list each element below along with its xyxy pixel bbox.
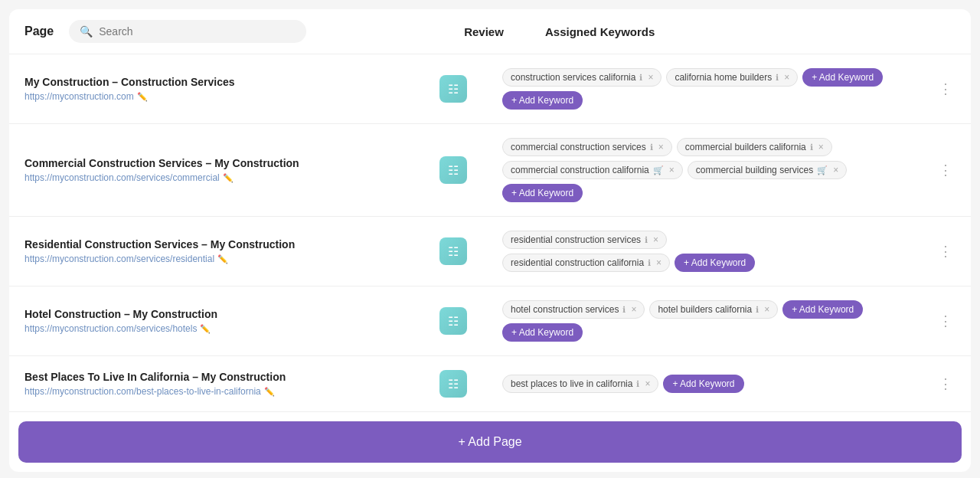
table-row: Hotel Construction – My Constructionhttp… xyxy=(9,286,971,356)
page-url[interactable]: https://myconstruction.com/best-places-t… xyxy=(24,386,423,397)
remove-keyword-icon[interactable]: × xyxy=(784,72,789,83)
keywords-group: hotel construction servicesℹ×hotel build… xyxy=(484,300,928,342)
keyword-tag: commercial building services🛒× xyxy=(688,161,847,179)
add-keyword-button[interactable]: + Add Keyword xyxy=(782,300,863,319)
remove-keyword-icon[interactable]: × xyxy=(631,304,636,315)
review-badge[interactable]: ☷ xyxy=(439,370,467,398)
keywords-group: construction services californiaℹ×califo… xyxy=(484,68,928,110)
search-box[interactable]: 🔍 xyxy=(69,20,306,43)
keywords-row-add: + Add Keyword xyxy=(502,91,928,110)
info-icon[interactable]: ℹ xyxy=(645,235,648,245)
remove-keyword-icon[interactable]: × xyxy=(818,142,824,152)
review-cell: ☷ xyxy=(423,370,484,398)
review-cell: ☷ xyxy=(423,237,484,265)
page-url-link[interactable]: https://myconstruction.com/services/resi… xyxy=(24,254,214,264)
table-body: My Construction – Construction Servicesh… xyxy=(9,54,971,412)
keywords-row-1: hotel construction servicesℹ×hotel build… xyxy=(502,300,928,319)
add-keyword-button[interactable]: + Add Keyword xyxy=(802,68,883,87)
edit-icon[interactable]: ✏️ xyxy=(200,324,211,334)
keyword-tag: hotel builders californiaℹ× xyxy=(649,300,778,319)
info-icon[interactable]: ℹ xyxy=(776,73,779,83)
review-cell: ☷ xyxy=(423,75,484,103)
page-url[interactable]: https://myconstruction.com✏️ xyxy=(24,91,423,102)
table-row: Commercial Construction Services – My Co… xyxy=(9,124,971,217)
page-info: Residential Construction Services – My C… xyxy=(24,238,423,264)
info-icon[interactable]: ℹ xyxy=(648,258,651,268)
remove-keyword-icon[interactable]: × xyxy=(658,142,664,152)
add-keyword-button[interactable]: + Add Keyword xyxy=(502,91,583,110)
info-icon[interactable]: ℹ xyxy=(810,142,813,152)
more-menu-button[interactable]: ⋮ xyxy=(936,309,956,332)
keyword-text: construction services california xyxy=(511,72,635,83)
review-badge[interactable]: ☷ xyxy=(439,156,467,184)
review-badge[interactable]: ☷ xyxy=(439,307,467,335)
keywords-row-1: construction services californiaℹ×califo… xyxy=(502,68,928,87)
page-url-link[interactable]: https://myconstruction.com/services/hote… xyxy=(24,323,197,334)
search-icon: 🔍 xyxy=(80,25,93,38)
edit-icon[interactable]: ✏️ xyxy=(217,254,228,264)
keywords-column-label: Assigned Keywords xyxy=(545,25,913,38)
header: Page 🔍 Review Assigned Keywords xyxy=(9,9,971,54)
info-icon[interactable]: ℹ xyxy=(636,379,639,389)
page-info: Best Places To Live In California – My C… xyxy=(24,371,423,397)
info-icon[interactable]: 🛒 xyxy=(653,165,664,175)
info-icon[interactable]: ℹ xyxy=(650,142,653,152)
keyword-tag: commercial construction california🛒× xyxy=(502,161,683,179)
page-info: Hotel Construction – My Constructionhttp… xyxy=(24,308,423,334)
page-url[interactable]: https://myconstruction.com/services/resi… xyxy=(24,254,423,264)
keyword-text: best places to live in california xyxy=(511,378,632,389)
remove-keyword-icon[interactable]: × xyxy=(833,165,838,175)
remove-keyword-icon[interactable]: × xyxy=(764,304,769,315)
remove-keyword-icon[interactable]: × xyxy=(645,378,650,389)
add-keyword-button[interactable]: + Add Keyword xyxy=(675,254,755,272)
edit-icon[interactable]: ✏️ xyxy=(264,387,275,397)
main-container: Page 🔍 Review Assigned Keywords My Const… xyxy=(9,9,971,472)
more-menu-button[interactable]: ⋮ xyxy=(936,240,956,263)
remove-keyword-icon[interactable]: × xyxy=(653,234,658,245)
page-url-link[interactable]: https://myconstruction.com/best-places-t… xyxy=(24,386,261,397)
info-icon[interactable]: 🛒 xyxy=(817,165,828,175)
page-title: My Construction – Construction Services xyxy=(24,76,423,88)
review-cell: ☷ xyxy=(423,307,484,335)
table-row: Best Places To Live In California – My C… xyxy=(9,356,971,412)
keyword-tag: california home buildersℹ× xyxy=(666,68,798,87)
remove-keyword-icon[interactable]: × xyxy=(669,165,675,175)
keywords-row-1: commercial construction servicesℹ×commer… xyxy=(502,138,928,156)
remove-keyword-icon[interactable]: × xyxy=(648,72,653,83)
edit-icon[interactable]: ✏️ xyxy=(137,92,148,102)
page-url[interactable]: https://myconstruction.com/services/comm… xyxy=(24,172,423,183)
edit-icon[interactable]: ✏️ xyxy=(223,173,234,183)
remove-keyword-icon[interactable]: × xyxy=(656,257,662,268)
table-row: Residential Construction Services – My C… xyxy=(9,217,971,286)
page-url[interactable]: https://myconstruction.com/services/hote… xyxy=(24,323,423,334)
keyword-text: commercial construction california xyxy=(511,165,649,175)
keyword-tag: residential construction servicesℹ× xyxy=(502,231,667,249)
info-icon[interactable]: ℹ xyxy=(639,73,642,83)
keyword-text: residential construction services xyxy=(511,234,641,245)
keywords-row-2: residential construction californiaℹ×+ A… xyxy=(502,254,928,272)
keyword-tag: hotel construction servicesℹ× xyxy=(502,300,645,319)
keyword-text: california home builders xyxy=(675,72,772,83)
keywords-row-1: residential construction servicesℹ× xyxy=(502,231,928,249)
add-keyword-button[interactable]: + Add Keyword xyxy=(663,375,743,393)
keyword-text: commercial building services xyxy=(696,165,813,175)
search-input[interactable] xyxy=(99,25,296,38)
more-menu-button[interactable]: ⋮ xyxy=(936,372,956,395)
keywords-group: commercial construction servicesℹ×commer… xyxy=(484,138,928,202)
page-info: My Construction – Construction Servicesh… xyxy=(24,76,423,102)
add-page-button[interactable]: + Add Page xyxy=(18,421,962,463)
review-badge[interactable]: ☷ xyxy=(439,237,467,265)
info-icon[interactable]: ℹ xyxy=(756,305,759,315)
info-icon[interactable]: ℹ xyxy=(622,305,626,315)
page-url-link[interactable]: https://myconstruction.com/services/comm… xyxy=(24,172,220,183)
keyword-tag: construction services californiaℹ× xyxy=(502,68,662,87)
review-badge[interactable]: ☷ xyxy=(439,75,467,103)
more-menu-button[interactable]: ⋮ xyxy=(936,159,956,182)
add-keyword-button[interactable]: + Add Keyword xyxy=(502,323,583,342)
more-menu-button[interactable]: ⋮ xyxy=(936,77,956,100)
add-keyword-button[interactable]: + Add Keyword xyxy=(502,184,583,202)
page-url-link[interactable]: https://myconstruction.com xyxy=(24,91,134,102)
page-title: Commercial Construction Services – My Co… xyxy=(24,157,423,169)
keyword-text: residential construction california xyxy=(511,257,644,268)
review-cell: ☷ xyxy=(423,156,484,184)
